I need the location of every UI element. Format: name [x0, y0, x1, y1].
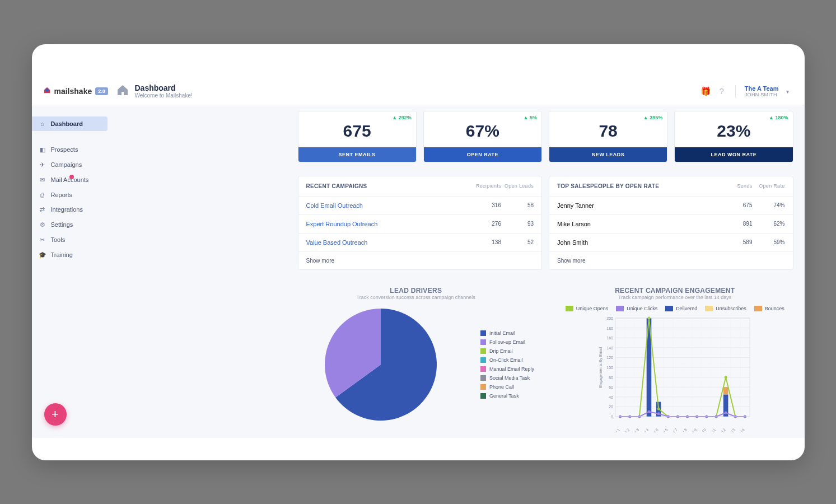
- cell-open-leads: 58: [501, 202, 534, 208]
- charts-row: LEAD DRIVERS Track conversion success ac…: [298, 287, 793, 432]
- kpi-label: NEW LEADS: [549, 147, 667, 162]
- kpi-open-rate[interactable]: 5% 67% OPEN RATE: [423, 111, 542, 162]
- cell-recipients: 316: [469, 202, 501, 208]
- header: mailshake 2.0 Dashboard Welcome to Mails…: [32, 78, 805, 105]
- gift-icon[interactable]: 🎁: [700, 86, 711, 96]
- svg-text:Jul 8: Jul 8: [679, 427, 688, 432]
- sidebar-item-campaigns[interactable]: ✈Campaigns: [32, 157, 108, 172]
- sidebar-item-prospects[interactable]: ◧Prospects: [32, 142, 108, 157]
- sidebar-item-settings[interactable]: ⚙Settings: [32, 217, 108, 232]
- campaign-link[interactable]: Cold Email Outreach: [306, 202, 469, 209]
- cell-recipients: 276: [469, 221, 501, 227]
- cell-open-rate: 59%: [753, 239, 785, 245]
- svg-text:0: 0: [611, 415, 613, 419]
- kpi-label: OPEN RATE: [424, 147, 541, 162]
- table-row[interactable]: Expert Roundup Outreach27693: [298, 214, 542, 233]
- svg-text:Engagements By Email: Engagements By Email: [599, 347, 603, 388]
- sidebar-icon: ⚙: [39, 221, 46, 228]
- table-row[interactable]: Mike Larson89162%: [549, 214, 793, 233]
- table-row[interactable]: Cold Email Outreach31658: [298, 196, 542, 214]
- svg-point-45: [657, 407, 660, 410]
- sidebar-icon: ✂: [39, 236, 46, 244]
- svg-text:Jul 11: Jul 11: [707, 427, 717, 432]
- kpi-delta: 395%: [643, 115, 662, 120]
- brand-badge: 2.0: [95, 87, 108, 95]
- sidebar-item-label: Dashboard: [51, 120, 83, 127]
- chart-title: RECENT CAMPAIGN ENGAGEMENT: [557, 287, 793, 295]
- team-selector[interactable]: The A Team JOHN SMITH ▾: [735, 85, 793, 97]
- user-name: JOHN SMITH: [745, 92, 779, 97]
- campaign-link[interactable]: Expert Roundup Outreach: [306, 221, 469, 227]
- table-row[interactable]: Value Based Outreach13852: [298, 233, 542, 251]
- kpi-row: 292% 675 SENT EMAILS 5% 67% OPEN RATE 39…: [298, 111, 793, 162]
- svg-text:60: 60: [609, 385, 613, 389]
- sidebar-icon: ✉: [39, 176, 46, 184]
- kpi-new-leads[interactable]: 395% 78 NEW LEADS: [549, 111, 667, 162]
- sidebar-icon: ✈: [39, 161, 46, 169]
- notification-badge: [69, 175, 74, 179]
- kpi-label: LEAD WON RATE: [675, 147, 792, 162]
- legend-item: Unsubscribes: [705, 306, 746, 311]
- svg-text:100: 100: [607, 366, 614, 370]
- cell-sends: 589: [720, 239, 753, 245]
- sidebar-item-training[interactable]: 🎓Training: [32, 248, 108, 263]
- col-open-rate: Open Rate: [753, 183, 785, 189]
- svg-point-59: [657, 412, 660, 415]
- mailshake-icon: [43, 86, 51, 96]
- legend-item: Initial Email: [480, 330, 534, 336]
- kpi-sent-emails[interactable]: 292% 675 SENT EMAILS: [298, 111, 417, 162]
- page-title-text: Dashboard: [135, 83, 193, 92]
- chart-title: LEAD DRIVERS: [298, 287, 535, 295]
- chart-subtitle: Track campaign performance over the last…: [557, 295, 793, 300]
- table-row[interactable]: John Smith58959%: [549, 233, 793, 251]
- legend-item: Follow-up Email: [480, 339, 534, 345]
- card-title: RECENT CAMPAIGNS: [306, 183, 367, 189]
- cell-sends: 675: [720, 202, 753, 208]
- sidebar-icon: ⇄: [39, 206, 46, 213]
- kpi-delta: 5%: [524, 115, 537, 120]
- add-fab-button[interactable]: +: [44, 403, 67, 426]
- kpi-lead-won-rate[interactable]: 180% 23% LEAD WON RATE: [674, 111, 793, 162]
- line-bar-chart: 020406080100120140160180200Engagements B…: [596, 315, 753, 432]
- svg-text:40: 40: [609, 395, 613, 399]
- brand-logo[interactable]: mailshake 2.0: [43, 86, 116, 96]
- legend-item: Unique Clicks: [616, 306, 657, 311]
- sidebar-icon: ◧: [39, 146, 46, 153]
- svg-text:120: 120: [607, 356, 614, 360]
- cell-open-leads: 52: [501, 239, 534, 245]
- svg-rect-40: [723, 387, 728, 394]
- sidebar-item-mail-accounts[interactable]: ✉Mail Accounts: [32, 172, 108, 188]
- sidebar-item-label: Tools: [51, 236, 66, 243]
- sidebar-item-tools[interactable]: ✂Tools: [32, 232, 108, 248]
- page-subtitle: Welcome to Mailshake!: [135, 92, 193, 99]
- svg-point-52: [725, 376, 727, 379]
- header-icons: 🎁 ?: [700, 86, 735, 96]
- help-icon[interactable]: ?: [719, 86, 723, 96]
- lead-drivers-chart: LEAD DRIVERS Track conversion success ac…: [298, 287, 535, 432]
- legend-item: Social Media Task: [480, 375, 534, 381]
- sidebar-item-dashboard[interactable]: ⌂Dashboard: [32, 116, 108, 131]
- svg-point-58: [648, 410, 651, 413]
- svg-text:Jul 12: Jul 12: [716, 427, 726, 432]
- svg-text:Jul 6: Jul 6: [660, 427, 669, 432]
- pie-chart: [322, 306, 440, 423]
- legend-item: Unique Opens: [566, 306, 609, 311]
- sidebar-item-label: Prospects: [51, 146, 78, 153]
- sidebar-item-label: Settings: [51, 221, 73, 228]
- cell-sends: 891: [720, 221, 753, 227]
- sidebar-icon: 🎓: [39, 251, 46, 259]
- svg-text:200: 200: [607, 316, 614, 320]
- recent-campaigns-card: RECENT CAMPAIGNS Recipients Open Leads C…: [298, 176, 543, 270]
- cell-open-rate: 62%: [753, 221, 785, 227]
- chevron-down-icon: ▾: [786, 88, 789, 94]
- sidebar: ⌂Dashboard◧Prospects✈Campaigns✉Mail Acco…: [32, 105, 108, 438]
- show-more-button[interactable]: Show more: [549, 251, 793, 269]
- sidebar-item-integrations[interactable]: ⇄Integrations: [32, 202, 108, 217]
- campaign-link[interactable]: Value Based Outreach: [306, 239, 469, 246]
- show-more-button[interactable]: Show more: [298, 251, 542, 269]
- table-row[interactable]: Jenny Tanner67574%: [549, 196, 793, 214]
- app-frame: mailshake 2.0 Dashboard Welcome to Mails…: [32, 78, 805, 438]
- sidebar-item-reports[interactable]: ⎙Reports: [32, 188, 108, 202]
- card-header: TOP SALESPEOPLE BY OPEN RATE Sends Open …: [549, 176, 793, 196]
- page-title: Dashboard Welcome to Mailshake!: [135, 83, 193, 99]
